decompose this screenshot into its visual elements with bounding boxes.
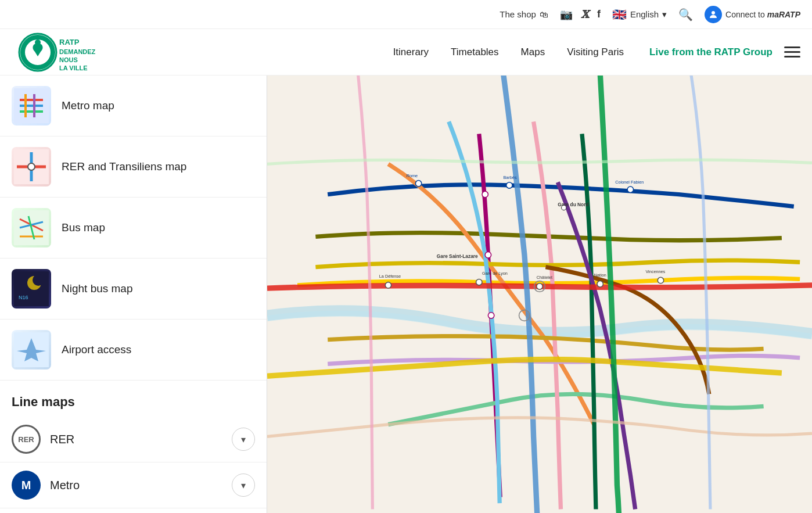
search-icon[interactable]: 🔍: [678, 8, 693, 21]
rer-map-thumb: [12, 147, 51, 186]
chevron-down-icon: ▾: [241, 434, 246, 445]
svg-text:Nation: Nation: [594, 272, 606, 278]
svg-text:Barbès: Barbès: [503, 175, 516, 180]
svg-point-37: [485, 252, 491, 258]
nav-itinerary[interactable]: Itinerary: [391, 29, 431, 75]
sidebar-item-rer-map[interactable]: RER and Transiliens map: [0, 137, 267, 198]
nav-timetables[interactable]: Timetables: [448, 29, 501, 75]
svg-point-25: [33, 274, 44, 286]
metro-label: Metro: [50, 479, 80, 492]
svg-point-30: [476, 279, 482, 285]
night-bus-map-label: Night bus map: [62, 282, 133, 295]
nav-visiting-paris[interactable]: Visiting Paris: [565, 29, 626, 75]
svg-text:Gare de Lyon: Gare de Lyon: [482, 271, 508, 276]
flag-icon: 🇬🇧: [612, 8, 627, 21]
svg-text:Châtelet: Châtelet: [537, 275, 552, 280]
svg-point-51: [562, 205, 566, 210]
metro-expand-button[interactable]: ▾: [232, 473, 255, 497]
svg-point-17: [28, 163, 35, 170]
airport-access-thumb: [12, 330, 51, 369]
user-avatar-icon: [705, 6, 722, 23]
svg-point-35: [627, 186, 633, 192]
shop-link[interactable]: The shop 🛍: [500, 9, 548, 19]
language-label: English: [630, 9, 659, 19]
main-nav: Itinerary Timetables Maps Visiting Paris…: [391, 29, 773, 75]
language-selector[interactable]: 🇬🇧 English ▾: [612, 8, 667, 21]
logo-area: RATP DEMANDEZ NOUS LA VILLE: [12, 32, 145, 73]
ratp-logo[interactable]: RATP DEMANDEZ NOUS LA VILLE: [12, 32, 145, 73]
svg-text:Colonel Fabien: Colonel Fabien: [615, 180, 644, 185]
svg-point-29: [537, 284, 542, 289]
map-area: Châtelet Gare de Lyon Nation La Défense …: [267, 76, 812, 513]
shop-label: The shop: [500, 9, 536, 19]
line-maps-title: Line maps: [0, 381, 267, 417]
svg-rect-28: [267, 76, 812, 513]
main-layout: Metro map RER and Transiliens map: [0, 76, 812, 513]
metro-map-label: Metro map: [62, 99, 114, 112]
hamburger-line-2: [784, 51, 800, 53]
svg-point-38: [488, 313, 494, 318]
chevron-down-icon-2: ▾: [241, 480, 246, 491]
sidebar-item-airport-access[interactable]: Airport access: [0, 320, 267, 381]
line-item-rer[interactable]: RER RER ▾: [0, 417, 267, 462]
svg-text:LA VILLE: LA VILLE: [59, 64, 87, 71]
social-links: 📷 𝕏 f: [560, 8, 601, 21]
metro-map-svg[interactable]: Châtelet Gare de Lyon Nation La Défense …: [267, 76, 812, 513]
line-item-metro-left: M Metro: [12, 471, 80, 500]
svg-point-39: [482, 191, 488, 197]
bus-map-label: Bus map: [62, 221, 105, 234]
facebook-icon[interactable]: f: [597, 8, 601, 20]
rer-label: RER: [50, 433, 74, 446]
connect-label: Connect to maRATP: [725, 10, 800, 19]
line-item-rer-left: RER RER: [12, 425, 74, 454]
twitter-icon[interactable]: 𝕏: [581, 8, 589, 21]
svg-text:La Défense: La Défense: [379, 274, 401, 279]
hamburger-menu[interactable]: [784, 46, 800, 58]
rer-expand-button[interactable]: ▾: [232, 428, 255, 451]
svg-text:DEMANDEZ: DEMANDEZ: [59, 48, 96, 55]
bus-map-thumb: [12, 208, 51, 247]
svg-point-32: [385, 282, 391, 288]
airport-access-label: Airport access: [62, 343, 131, 356]
line-item-metro[interactable]: M Metro ▾: [0, 462, 267, 508]
rer-map-label: RER and Transiliens map: [62, 160, 186, 173]
sidebar-item-metro-map[interactable]: Metro map: [0, 76, 267, 137]
svg-text:Rome: Rome: [407, 173, 418, 178]
nav-bar: RATP DEMANDEZ NOUS LA VILLE Itinerary Ti…: [0, 29, 812, 76]
top-bar: The shop 🛍 📷 𝕏 f 🇬🇧 English ▾ 🔍 Connect …: [0, 0, 812, 29]
svg-text:N16: N16: [19, 295, 28, 300]
nav-maps[interactable]: Maps: [519, 29, 548, 75]
svg-text:RATP: RATP: [59, 38, 80, 46]
night-bus-map-thumb: N16: [12, 269, 51, 308]
svg-point-33: [657, 277, 663, 283]
svg-text:Vincennes: Vincennes: [645, 269, 665, 274]
svg-point-3: [35, 40, 41, 45]
svg-point-34: [506, 182, 512, 188]
svg-text:Gare Saint-Lazare: Gare Saint-Lazare: [437, 253, 478, 259]
hamburger-line-1: [784, 46, 800, 48]
svg-point-31: [597, 281, 603, 287]
language-chevron: ▾: [662, 9, 667, 20]
sidebar: Metro map RER and Transiliens map: [0, 76, 267, 513]
shop-icon: 🛍: [540, 9, 548, 19]
hamburger-line-3: [784, 56, 800, 58]
metro-map-thumb: [12, 86, 51, 125]
metro-badge: M: [12, 471, 41, 500]
svg-text:NOUS: NOUS: [59, 56, 78, 63]
svg-point-0: [712, 11, 715, 15]
instagram-icon[interactable]: 📷: [560, 8, 573, 21]
rer-badge: RER: [12, 425, 41, 454]
svg-point-36: [415, 181, 421, 186]
connect-button[interactable]: Connect to maRATP: [705, 6, 800, 23]
nav-live[interactable]: Live from the RATP Group: [649, 46, 773, 58]
sidebar-item-night-bus-map[interactable]: N16 Night bus map: [0, 259, 267, 320]
sidebar-item-bus-map[interactable]: Bus map: [0, 198, 267, 259]
